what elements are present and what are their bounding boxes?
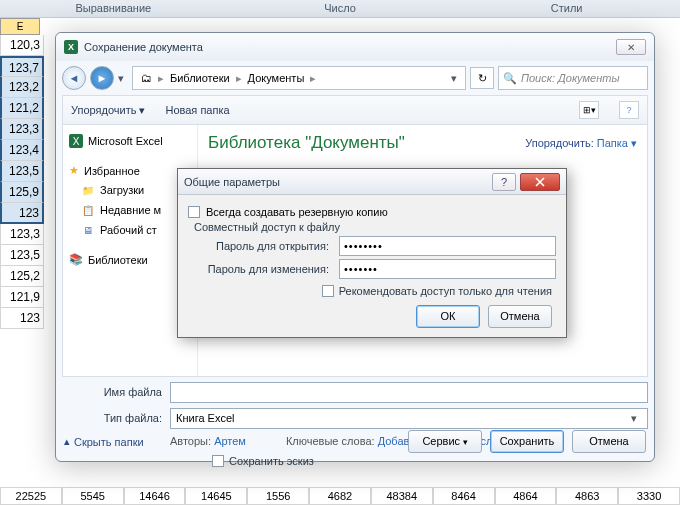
sidebar-item-downloads[interactable]: 📁Загрузки <box>67 180 193 200</box>
cell[interactable]: 4864 <box>495 487 557 505</box>
nav-history-dropdown[interactable]: ▾ <box>118 72 128 85</box>
params-footer: ОК Отмена <box>188 305 556 328</box>
sidebar-item-recent[interactable]: 📋Недавние м <box>67 200 193 220</box>
breadcrumb-root-icon[interactable]: 🗂 <box>137 72 156 84</box>
backup-label: Всегда создавать резервную копию <box>206 206 388 218</box>
breadcrumb[interactable]: 🗂 ▸ Библиотеки ▸ Документы ▸ ▾ <box>132 66 466 90</box>
cell[interactable]: 123,5 <box>0 245 44 266</box>
password-open-input[interactable] <box>339 236 556 256</box>
file-sharing-label: Совместный доступ к файлу <box>188 221 556 233</box>
dialog-footer: ▴Скрыть папки Сервис Сохранить Отмена <box>64 430 646 453</box>
cell[interactable]: 123,3 <box>0 119 44 140</box>
help-button[interactable]: ? <box>619 101 639 119</box>
ribbon-groups: Выравнивание Число Стили <box>0 0 680 18</box>
arrange-value[interactable]: Папка ▾ <box>597 137 637 149</box>
arrange-label: Упорядочить: <box>525 137 594 149</box>
excel-app-icon: X <box>64 40 78 54</box>
recent-icon: 📋 <box>81 203 95 217</box>
cell[interactable]: 14645 <box>185 487 247 505</box>
password-modify-input[interactable] <box>339 259 556 279</box>
cell[interactable]: 22525 <box>0 487 62 505</box>
tools-button[interactable]: Сервис <box>408 430 482 453</box>
chevron-down-icon: ▾ <box>139 104 145 117</box>
breadcrumb-libraries[interactable]: Библиотеки <box>166 72 234 84</box>
cell[interactable]: 121,2 <box>0 98 44 119</box>
cell[interactable]: 125,9 <box>0 182 44 203</box>
chevron-right-icon: ▸ <box>158 72 164 85</box>
cell[interactable]: 123,3 <box>0 224 44 245</box>
thumbnail-checkbox[interactable] <box>212 455 224 467</box>
view-mode-button[interactable]: ⊞▾ <box>579 101 599 119</box>
cell[interactable]: 125,2 <box>0 266 44 287</box>
params-cancel-button[interactable]: Отмена <box>488 305 552 328</box>
params-titlebar[interactable]: Общие параметры ? <box>178 169 566 195</box>
thumbnail-row: Сохранить эскиз <box>62 455 648 467</box>
cell[interactable]: 48384 <box>371 487 433 505</box>
cell[interactable]: 121,9 <box>0 287 44 308</box>
cell[interactable]: 123,7 <box>0 56 44 77</box>
cancel-button[interactable]: Отмена <box>572 430 646 453</box>
sidebar-item-label: Загрузки <box>100 184 144 196</box>
hide-folders-toggle[interactable]: ▴Скрыть папки <box>64 435 144 448</box>
sidebar-libraries[interactable]: 📚Библиотеки <box>67 248 193 269</box>
save-dialog-titlebar[interactable]: X Сохранение документа ✕ <box>56 33 654 61</box>
star-icon: ★ <box>69 164 79 177</box>
desktop-icon: 🖥 <box>81 223 95 237</box>
sidebar-favorites[interactable]: ★Избранное <box>67 159 193 180</box>
params-help-button[interactable]: ? <box>492 173 516 191</box>
arrange-by: Упорядочить: Папка ▾ <box>525 137 637 150</box>
nav-forward-button[interactable]: ► <box>90 66 114 90</box>
sidebar-item-desktop[interactable]: 🖥Рабочий ст <box>67 220 193 240</box>
close-button[interactable]: ✕ <box>616 39 646 55</box>
params-close-button[interactable] <box>520 173 560 191</box>
filename-row: Имя файла <box>62 381 648 403</box>
libraries-icon: 📚 <box>69 253 83 266</box>
refresh-button[interactable]: ↻ <box>470 67 494 89</box>
sidebar-item-label: Microsoft Excel <box>88 135 163 147</box>
new-folder-button[interactable]: Новая папка <box>165 104 229 116</box>
sidebar-item-excel[interactable]: XMicrosoft Excel <box>67 131 193 151</box>
cell[interactable]: 123 <box>0 308 44 329</box>
filename-label: Имя файла <box>62 386 170 398</box>
general-options-dialog: Общие параметры ? Всегда создавать резер… <box>177 168 567 338</box>
toolbar: Упорядочить ▾ Новая папка ⊞▾ ? <box>62 95 648 125</box>
folder-icon: 📁 <box>81 183 95 197</box>
cell[interactable]: 1556 <box>247 487 309 505</box>
cell[interactable]: 123 <box>0 203 44 224</box>
filename-input[interactable] <box>170 382 648 403</box>
readonly-checkbox[interactable] <box>322 285 334 297</box>
search-input[interactable]: 🔍 Поиск: Документы <box>498 66 648 90</box>
save-button[interactable]: Сохранить <box>490 430 564 453</box>
breadcrumb-documents[interactable]: Документы <box>244 72 309 84</box>
sidebar-item-label: Библиотеки <box>88 254 148 266</box>
sidebar-item-label: Рабочий ст <box>100 224 157 236</box>
thumbnail-label: Сохранить эскиз <box>229 455 314 467</box>
filetype-select[interactable]: Книга Excel▾ <box>170 408 648 429</box>
cell[interactable]: 123,4 <box>0 140 44 161</box>
password-modify-label: Пароль для изменения: <box>188 263 333 275</box>
params-title: Общие параметры <box>184 176 492 188</box>
cell[interactable]: 120,3 <box>0 35 44 56</box>
cell[interactable]: 123,5 <box>0 161 44 182</box>
cell[interactable]: 14646 <box>124 487 186 505</box>
column-header-e[interactable]: E <box>0 18 40 35</box>
password-modify-row: Пароль для изменения: <box>188 259 556 279</box>
nav-bar: ◄ ► ▾ 🗂 ▸ Библиотеки ▸ Документы ▸ ▾ ↻ 🔍… <box>62 63 648 93</box>
cell[interactable]: 8464 <box>433 487 495 505</box>
cell[interactable]: 3330 <box>618 487 680 505</box>
cell[interactable]: 4682 <box>309 487 371 505</box>
sidebar-item-label: Избранное <box>84 165 140 177</box>
cell[interactable]: 4863 <box>556 487 618 505</box>
readonly-row: Рекомендовать доступ только для чтения <box>188 285 556 297</box>
backup-checkbox[interactable] <box>188 206 200 218</box>
cell[interactable]: 123,2 <box>0 77 44 98</box>
backup-row: Всегда создавать резервную копию <box>188 206 556 218</box>
cell[interactable]: 5545 <box>62 487 124 505</box>
organize-button[interactable]: Упорядочить ▾ <box>71 104 145 117</box>
nav-back-button[interactable]: ◄ <box>62 66 86 90</box>
params-ok-button[interactable]: ОК <box>416 305 480 328</box>
filetype-value: Книга Excel <box>176 409 626 428</box>
breadcrumb-dropdown[interactable]: ▾ <box>451 72 461 85</box>
search-placeholder: Поиск: Документы <box>521 72 620 84</box>
save-dialog-title: Сохранение документа <box>84 41 616 53</box>
